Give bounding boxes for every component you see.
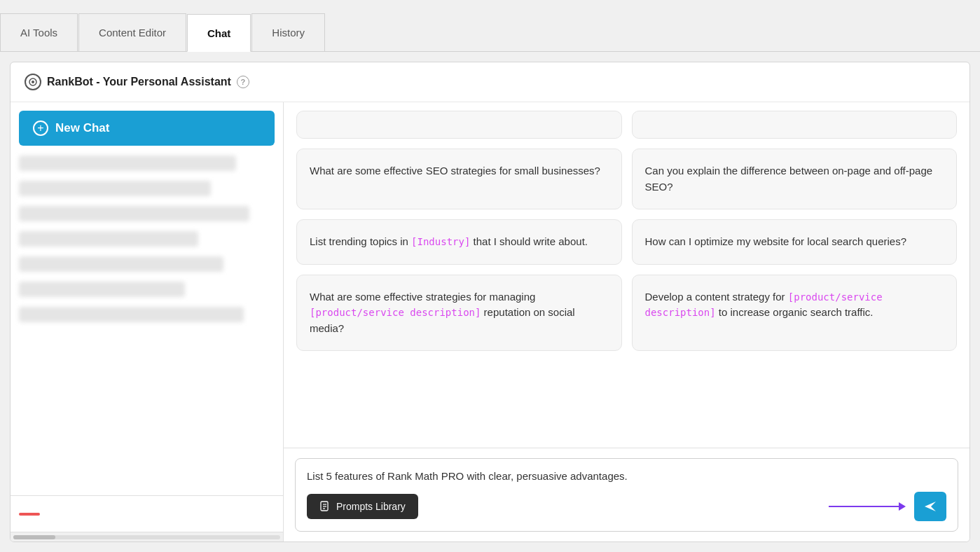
prompt-card-1[interactable]: What are some effective SEO strategies f… xyxy=(296,149,622,209)
send-icon xyxy=(923,499,937,513)
prompt-card-6-text-after: to increase organic search traffic. xyxy=(716,306,874,318)
sidebar-hscroll[interactable] xyxy=(11,532,283,541)
hscroll-track xyxy=(13,535,280,539)
prompt-cards-row1: What are some effective SEO strategies f… xyxy=(296,149,957,209)
prompt-card-5[interactable]: What are some effective strategies for m… xyxy=(296,275,622,352)
sidebar-bottom-indicator xyxy=(19,513,40,516)
chat-panel: What are some effective SEO strategies f… xyxy=(284,102,969,541)
prompt-card-4[interactable]: How can I optimize my website for local … xyxy=(632,219,958,265)
prompt-card-3[interactable]: List trending topics in [Industry] that … xyxy=(296,219,622,265)
new-chat-button[interactable]: + New Chat xyxy=(19,111,275,146)
list-item[interactable] xyxy=(19,256,223,272)
arrow-line xyxy=(829,506,899,507)
prompt-card-3-text-after: that I should write about. xyxy=(470,235,588,247)
prompt-card-6-text-before: Develop a content strategy for xyxy=(645,291,788,303)
sidebar: + New Chat xyxy=(11,102,284,541)
chat-messages[interactable]: What are some effective SEO strategies f… xyxy=(284,102,969,448)
send-button[interactable] xyxy=(914,492,946,521)
help-icon[interactable]: ? xyxy=(237,76,249,88)
tab-content-editor[interactable]: Content Editor xyxy=(78,13,186,51)
send-arrow-decoration xyxy=(829,502,906,511)
list-item[interactable] xyxy=(19,206,249,221)
arrow-head xyxy=(899,502,906,511)
prompts-library-button[interactable]: Prompts Library xyxy=(307,494,418,519)
prompt-card-2[interactable]: Can you explain the difference between o… xyxy=(632,149,958,209)
tab-bar: AI Tools Content Editor Chat History xyxy=(0,0,980,52)
prompt-card-3-text-before: List trending topics in xyxy=(310,235,411,247)
rankbot-icon xyxy=(25,74,41,90)
partial-card-right xyxy=(632,111,958,139)
partial-card-left xyxy=(296,111,622,139)
input-text[interactable]: List 5 features of Rank Math PRO with cl… xyxy=(307,469,946,483)
hscroll-thumb xyxy=(13,535,55,539)
prompt-card-6[interactable]: Develop a content strategy for [product/… xyxy=(632,275,958,352)
tab-history[interactable]: History xyxy=(251,13,325,51)
prompt-card-4-text: How can I optimize my website for local … xyxy=(645,235,907,247)
plus-circle-icon: + xyxy=(33,120,48,136)
tab-chat[interactable]: Chat xyxy=(187,14,251,52)
prompt-card-2-text: Can you explain the difference between o… xyxy=(645,165,933,193)
prompt-card-1-text: What are some effective SEO strategies f… xyxy=(310,165,600,177)
top-partial-cards xyxy=(296,111,957,139)
prompt-cards-row3: What are some effective strategies for m… xyxy=(296,275,957,352)
content-area: + New Chat xyxy=(11,102,969,541)
list-item[interactable] xyxy=(19,181,211,196)
sidebar-bottom xyxy=(11,495,283,532)
list-item[interactable] xyxy=(19,282,185,297)
prompt-card-3-var: [Industry] xyxy=(411,236,470,247)
document-icon xyxy=(319,501,331,512)
input-actions: Prompts Library xyxy=(307,492,946,521)
list-item[interactable] xyxy=(19,231,198,247)
panel-header: RankBot - Your Personal Assistant ? xyxy=(11,62,969,102)
tab-ai-tools[interactable]: AI Tools xyxy=(0,13,78,51)
prompt-card-5-var: [product/service description] xyxy=(310,307,481,318)
list-item[interactable] xyxy=(19,307,244,322)
svg-point-1 xyxy=(32,81,34,83)
prompt-cards-row2: List trending topics in [Industry] that … xyxy=(296,219,957,265)
sidebar-scroll[interactable]: + New Chat xyxy=(11,102,283,495)
input-box: List 5 features of Rank Math PRO with cl… xyxy=(295,458,958,532)
main-container: RankBot - Your Personal Assistant ? + Ne… xyxy=(10,62,970,542)
input-area: List 5 features of Rank Math PRO with cl… xyxy=(284,448,969,541)
send-area xyxy=(829,492,946,521)
list-item[interactable] xyxy=(19,156,236,171)
prompt-card-5-text-before: What are some effective strategies for m… xyxy=(310,291,535,303)
panel-title: RankBot - Your Personal Assistant xyxy=(47,76,231,88)
